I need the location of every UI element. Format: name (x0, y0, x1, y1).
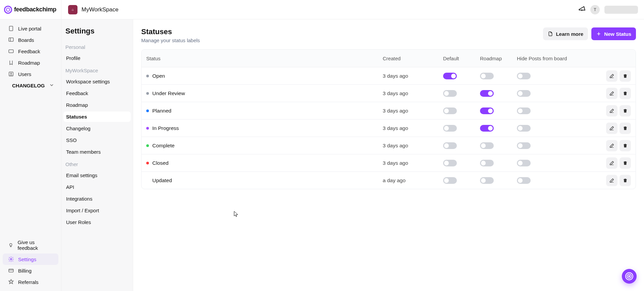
avatar[interactable]: T (590, 5, 600, 14)
edit-icon (609, 91, 614, 96)
settings-link-roadmap[interactable]: Roadmap (63, 100, 131, 110)
brand-zone[interactable]: feedbackchimp (0, 0, 61, 19)
nav-roadmap[interactable]: Roadmap (3, 57, 58, 68)
edit-icon (609, 108, 614, 114)
settings-group-workspace: MyWorkSpace (65, 68, 129, 73)
nav-label: Boards (18, 37, 34, 43)
toggle-roadmap[interactable] (480, 73, 494, 79)
settings-link-changelog[interactable]: Changelog (63, 123, 131, 134)
learn-more-button[interactable]: Learn more (543, 27, 588, 40)
workspace-switcher[interactable]: ⌂ MyWorkSpace (61, 0, 578, 19)
svg-rect-1 (9, 38, 13, 42)
nav-feedback[interactable]: Feedback (3, 46, 58, 57)
nav-label: CHANGELOG (12, 83, 45, 88)
status-dot (146, 144, 149, 147)
button-label: New Status (604, 31, 631, 37)
delete-button[interactable] (620, 140, 631, 151)
nav-label: Give us feedback (17, 239, 53, 251)
nav-referrals[interactable]: Referrals (3, 276, 58, 288)
toggle-hide[interactable] (517, 90, 531, 97)
nav-users[interactable]: Users (3, 68, 58, 80)
settings-title: Settings (65, 27, 129, 35)
th-hide-posts: Hide Posts from board (517, 56, 591, 61)
settings-nav: Settings Personal Profile MyWorkSpace Wo… (61, 19, 133, 291)
th-created: Created (383, 56, 443, 61)
nav-boards[interactable]: Boards (3, 34, 58, 46)
delete-button[interactable] (620, 123, 631, 134)
toggle-default[interactable] (443, 90, 457, 97)
svg-rect-0 (9, 26, 13, 31)
delete-button[interactable] (620, 70, 631, 82)
toggle-hide[interactable] (517, 73, 531, 79)
edit-button[interactable] (606, 175, 618, 186)
table-header: Status Created Default Roadmap Hide Post… (142, 50, 636, 67)
nav-live-portal[interactable]: Live portal (3, 23, 58, 34)
toggle-roadmap[interactable] (480, 90, 494, 97)
account-chip[interactable] (604, 6, 638, 14)
status-dot (146, 75, 149, 77)
toggle-roadmap[interactable] (480, 107, 494, 114)
delete-button[interactable] (620, 157, 631, 169)
created-cell: 3 days ago (383, 125, 443, 131)
toggle-default[interactable] (443, 73, 457, 79)
edit-button[interactable] (606, 140, 618, 151)
settings-link-api[interactable]: API (63, 182, 131, 192)
settings-link-email[interactable]: Email settings (63, 170, 131, 180)
toggle-default[interactable] (443, 125, 457, 132)
toggle-default[interactable] (443, 177, 457, 184)
nav-label: Live portal (18, 26, 41, 31)
delete-button[interactable] (620, 175, 631, 186)
nav-label: Feedback (18, 49, 40, 54)
edit-button[interactable] (606, 70, 618, 82)
settings-link-team-members[interactable]: Team members (63, 147, 131, 157)
toggle-default[interactable] (443, 107, 457, 114)
edit-button[interactable] (606, 105, 618, 117)
delete-button[interactable] (620, 88, 631, 99)
settings-link-sso[interactable]: SSO (63, 135, 131, 145)
settings-link-profile[interactable]: Profile (63, 53, 131, 63)
delete-button[interactable] (620, 105, 631, 117)
settings-link-integrations[interactable]: Integrations (63, 194, 131, 204)
nav-settings[interactable]: Settings (3, 253, 58, 265)
status-name: In Progress (152, 125, 179, 131)
toggle-roadmap[interactable] (480, 142, 494, 149)
toggle-default[interactable] (443, 142, 457, 149)
trash-icon (623, 126, 628, 131)
status-name: Open (152, 73, 165, 79)
settings-link-import-export[interactable]: Import / Export (63, 205, 131, 216)
toggle-roadmap[interactable] (480, 160, 494, 166)
toggle-default[interactable] (443, 160, 457, 166)
nav-give-feedback[interactable]: Give us feedback (3, 237, 58, 253)
edit-button[interactable] (606, 88, 618, 99)
nav-changelog[interactable]: CHANGELOG (3, 80, 58, 91)
toggle-roadmap[interactable] (480, 177, 494, 184)
megaphone-icon[interactable] (577, 4, 587, 15)
edit-button[interactable] (606, 157, 618, 169)
edit-button[interactable] (606, 123, 618, 134)
settings-link-user-roles[interactable]: User Roles (63, 217, 131, 227)
toggle-hide[interactable] (517, 125, 531, 132)
toggle-roadmap[interactable] (480, 125, 494, 132)
help-fab[interactable] (622, 269, 637, 284)
button-label: Learn more (556, 31, 583, 37)
new-status-button[interactable]: New Status (591, 27, 636, 40)
settings-link-workspace-settings[interactable]: Workspace settings (63, 76, 131, 87)
settings-group-other: Other (65, 161, 129, 167)
svg-point-7 (10, 259, 12, 260)
th-status: Status (146, 56, 383, 61)
document-icon (548, 31, 553, 37)
toggle-hide[interactable] (517, 142, 531, 149)
page-title: Statuses (141, 27, 200, 36)
brand-name: feedbackchimp (14, 6, 56, 13)
toggle-hide[interactable] (517, 160, 531, 166)
table-row: Updateda day ago (142, 171, 636, 189)
workspace-name: MyWorkSpace (82, 6, 118, 13)
nav-billing[interactable]: Billing (3, 265, 58, 276)
toggle-hide[interactable] (517, 177, 531, 184)
settings-link-feedback[interactable]: Feedback (63, 88, 131, 98)
primary-nav: Live portal Boards Feedback Roadmap User… (0, 19, 61, 291)
settings-link-statuses[interactable]: Statuses (63, 112, 131, 122)
status-name: Under Review (152, 90, 185, 96)
toggle-hide[interactable] (517, 107, 531, 114)
svg-point-6 (10, 243, 12, 246)
